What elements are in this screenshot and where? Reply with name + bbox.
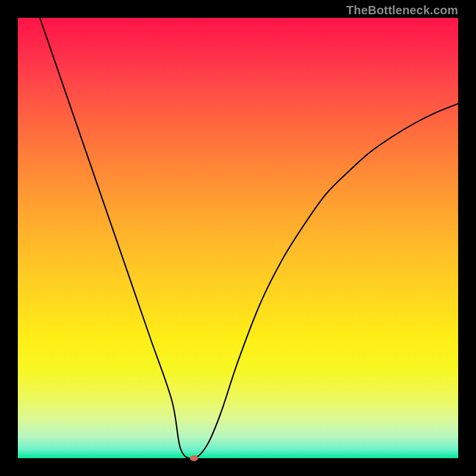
- bottleneck-curve: [40, 18, 458, 458]
- plot-area: [18, 18, 458, 458]
- chart-container: TheBottleneck.com: [0, 0, 476, 476]
- attribution-label: TheBottleneck.com: [346, 4, 458, 17]
- curve-svg: [18, 18, 458, 458]
- minimum-marker: [190, 455, 198, 461]
